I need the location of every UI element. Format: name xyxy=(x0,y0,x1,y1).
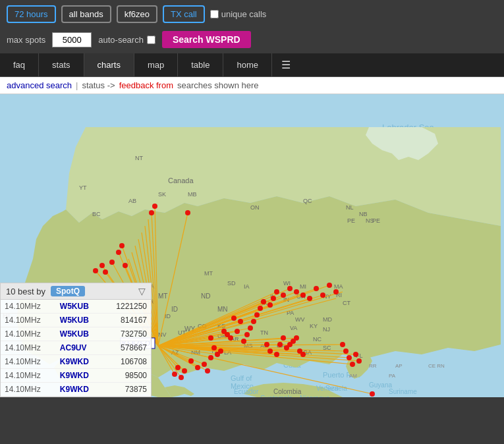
svg-text:PE: PE xyxy=(372,217,380,224)
hours-button[interactable]: 72 hours xyxy=(7,5,56,23)
bands-button[interactable]: all bands xyxy=(61,5,111,23)
svg-point-177 xyxy=(238,319,243,324)
svg-point-169 xyxy=(267,302,273,308)
table-row[interactable]: 14.10MHz W5KUB 1221250 xyxy=(1,300,151,314)
svg-text:AM: AM xyxy=(349,373,357,379)
svg-text:NV: NV xyxy=(158,331,167,338)
svg-point-165 xyxy=(287,286,293,291)
score-cell: 578667 xyxy=(102,341,151,355)
svg-text:BC: BC xyxy=(92,211,101,217)
svg-point-209 xyxy=(350,362,355,367)
svg-point-215 xyxy=(274,352,279,357)
txcall-button[interactable]: TX call xyxy=(163,5,205,23)
panel-header: 10 best by SpotQ ▽ xyxy=(1,283,151,300)
panel-filter-button[interactable]: ▽ xyxy=(138,286,146,296)
svg-point-198 xyxy=(179,375,184,380)
table-row[interactable]: 14.10MHz K9WKD 106708 xyxy=(1,355,151,369)
svg-text:MB: MB xyxy=(188,191,197,198)
svg-point-210 xyxy=(347,355,352,360)
nav-home[interactable]: home xyxy=(223,53,272,76)
score-cell: 73875 xyxy=(102,383,151,397)
freq-cell: 14.10MHz xyxy=(1,314,56,327)
spotq-badge[interactable]: SpotQ xyxy=(51,286,85,296)
svg-text:CT: CT xyxy=(343,300,350,306)
svg-point-174 xyxy=(248,325,253,331)
svg-point-202 xyxy=(195,365,200,370)
svg-text:QC: QC xyxy=(303,198,312,204)
svg-point-204 xyxy=(205,368,210,374)
svg-point-176 xyxy=(241,339,246,344)
hamburger-menu[interactable]: ☰ xyxy=(272,53,300,76)
svg-point-197 xyxy=(182,368,187,374)
svg-text:Canada: Canada xyxy=(168,177,194,184)
svg-point-188 xyxy=(116,250,121,255)
svg-point-159 xyxy=(333,289,339,294)
search-button[interactable]: Search WSPRD xyxy=(162,31,251,48)
table-row[interactable]: 14.10MHz K9WKD 73875 xyxy=(1,383,151,397)
nav-faq[interactable]: faq xyxy=(0,53,39,76)
callsign-button[interactable]: kf6zeo xyxy=(117,5,157,23)
svg-text:SD: SD xyxy=(227,280,236,287)
svg-point-167 xyxy=(274,289,279,294)
auto-search-checkbox[interactable] xyxy=(147,36,155,44)
svg-text:WI: WI xyxy=(283,280,291,287)
svg-text:IA: IA xyxy=(244,283,250,290)
nav-map[interactable]: map xyxy=(134,53,178,76)
svg-text:RR: RR xyxy=(369,363,377,369)
svg-text:CE RN: CE RN xyxy=(428,363,445,369)
svg-point-195 xyxy=(149,210,154,215)
svg-point-208 xyxy=(356,358,362,364)
table-row[interactable]: 14.10MHz W5KUB 814167 xyxy=(1,314,151,327)
max-spots-input[interactable] xyxy=(52,32,92,47)
svg-point-193 xyxy=(93,268,98,273)
score-cell: 814167 xyxy=(102,314,151,327)
callsign-cell: K9WKD xyxy=(56,383,102,397)
svg-point-163 xyxy=(300,292,306,298)
svg-text:Gulf of: Gulf of xyxy=(231,374,252,382)
freq-cell: 14.10MHz xyxy=(1,369,56,383)
svg-text:MI: MI xyxy=(300,283,306,290)
panel-tbody: 14.10MHz W5KUB 1221250 14.10MHz W5KUB 81… xyxy=(1,300,151,397)
table-row[interactable]: 14.10MHz AC9UV 578667 xyxy=(1,341,151,355)
svg-point-200 xyxy=(172,372,177,377)
score-cell: 1221250 xyxy=(102,300,151,314)
table-row[interactable]: 14.10MHz K9WKD 98500 xyxy=(1,369,151,383)
svg-text:WV: WV xyxy=(295,316,305,323)
svg-text:NC: NC xyxy=(313,336,322,343)
unique-calls-checkbox[interactable] xyxy=(210,10,219,18)
unique-calls-label: unique calls xyxy=(221,9,267,19)
svg-point-214 xyxy=(267,348,273,354)
score-cell: 98500 xyxy=(102,369,151,383)
svg-text:SK: SK xyxy=(158,191,166,198)
navbar: faq stats charts map table home ☰ xyxy=(0,53,504,77)
svg-point-217 xyxy=(281,335,286,341)
freq-cell: 14.10MHz xyxy=(1,341,56,355)
svg-point-196 xyxy=(152,204,157,209)
feedback-text: feedback from xyxy=(119,80,173,90)
svg-point-190 xyxy=(109,260,115,265)
nav-charts[interactable]: charts xyxy=(84,53,134,76)
callsign-cell: W5KUB xyxy=(56,327,102,341)
svg-text:Venezuela: Venezuela xyxy=(316,385,347,392)
advanced-search-bar: advanced search | status -> feedback fro… xyxy=(0,77,504,94)
svg-text:TN: TN xyxy=(260,329,268,336)
svg-point-166 xyxy=(281,292,286,298)
svg-point-216 xyxy=(277,342,283,347)
svg-text:VA: VA xyxy=(290,325,297,331)
advanced-search-link[interactable]: advanced search xyxy=(7,80,72,90)
searches-text: searches shown here xyxy=(177,80,259,90)
svg-text:MT: MT xyxy=(158,292,167,300)
svg-point-187 xyxy=(123,263,128,268)
svg-point-160 xyxy=(320,292,325,298)
table-row[interactable]: 14.10MHz W5KUB 732750 xyxy=(1,327,151,341)
svg-text:PA: PA xyxy=(389,373,396,379)
svg-point-205 xyxy=(208,355,213,360)
nav-table[interactable]: table xyxy=(178,53,223,76)
nav-stats[interactable]: stats xyxy=(39,53,84,76)
svg-text:KY: KY xyxy=(310,323,318,329)
separator: | xyxy=(76,80,78,90)
panel-table: 14.10MHz W5KUB 1221250 14.10MHz W5KUB 81… xyxy=(1,300,151,397)
freq-cell: 14.10MHz xyxy=(1,300,56,314)
svg-text:NL: NL xyxy=(346,204,354,211)
svg-point-175 xyxy=(244,332,250,337)
